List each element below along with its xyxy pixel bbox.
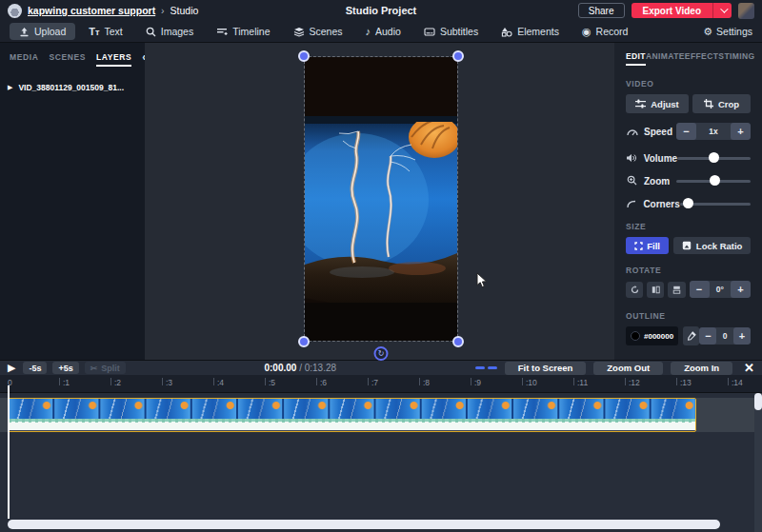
volume-slider[interactable] (677, 152, 751, 164)
vertical-scrollbar-track[interactable] (754, 393, 762, 532)
sidebar-tab-media[interactable]: MEDIA (10, 52, 38, 62)
export-options-button[interactable] (712, 3, 732, 18)
volume-icon (626, 149, 638, 167)
ruler-tick-label: :11 (577, 378, 588, 387)
speed-stepper: − 1x + (676, 123, 751, 140)
scissors-icon: ✂ (90, 364, 98, 373)
canvas-area[interactable]: ↻ (145, 43, 614, 360)
volume-slider-knob[interactable] (709, 152, 719, 163)
rotation-value: 0° (710, 285, 731, 294)
horizontal-scrollbar[interactable] (8, 520, 720, 529)
zoom-label: Zoom (644, 176, 670, 187)
toolbar-item-label: Text (105, 26, 123, 37)
rewind-5s-button[interactable]: -5s (23, 362, 47, 374)
user-avatar[interactable] (738, 3, 754, 19)
zoom-slider[interactable] (676, 175, 751, 187)
ruler-tick-label: :6 (320, 378, 327, 387)
fit-to-screen-button[interactable]: Fit to Screen (505, 362, 587, 375)
zoom-slider-knob[interactable] (710, 175, 720, 186)
flip-vertical-button[interactable] (668, 282, 685, 298)
adjust-button[interactable]: Adjust (626, 94, 689, 113)
outline-width-decrease-button[interactable]: − (699, 327, 716, 345)
close-timeline-icon[interactable]: ✕ (744, 361, 754, 375)
video-layer-selected[interactable]: ↻ (305, 57, 457, 341)
toolbar-item-label: Subtitles (440, 26, 478, 37)
outline-width-value: 0 (716, 331, 733, 341)
tab-effects[interactable]: EFFECTS (685, 51, 725, 66)
toolbar-item-timeline[interactable]: Timeline (207, 23, 279, 40)
ruler-tick-label: :2 (114, 378, 121, 387)
ruler-tick-label: :14 (732, 378, 743, 387)
play-button[interactable]: ▶ (8, 363, 15, 373)
tab-timing[interactable]: TIMING (724, 51, 754, 66)
toolbar-item-record[interactable]: ◉ Record (572, 23, 637, 41)
speed-label: Speed (644, 127, 672, 137)
timeline-ruler[interactable]: 0 :1 :2 :3 :4 :5 :6 :7 :8 :9 :10 :11 :12… (0, 375, 762, 393)
scenes-icon (293, 27, 305, 37)
rotate-section-label: ROTATE (626, 266, 751, 275)
fill-button[interactable]: Fill (626, 237, 669, 254)
toolbar-item-subtitles[interactable]: Subtitles (414, 23, 488, 40)
settings-button[interactable]: ⚙ Settings (703, 26, 752, 38)
eyedropper-button[interactable] (683, 326, 699, 345)
outline-width-increase-button[interactable]: + (733, 327, 751, 345)
timeline-tracks-area[interactable] (0, 393, 762, 532)
main-toolbar: Upload Tт Text Images Timeline Scenes ♪ … (0, 21, 762, 43)
video-clip-selected[interactable] (8, 398, 696, 432)
lock-ratio-button[interactable]: Lock Ratio (673, 237, 751, 254)
resize-handle-bottom-left[interactable] (298, 336, 310, 347)
export-video-label: Export Video (632, 3, 713, 18)
resize-handle-top-left[interactable] (298, 50, 310, 62)
fill-label: Fill (647, 241, 660, 251)
adjust-label: Adjust (651, 99, 679, 109)
zoom-out-button[interactable]: Zoom Out (593, 362, 663, 375)
toolbar-item-label: Record (596, 26, 629, 37)
workspace-avatar-icon[interactable] (8, 4, 22, 18)
toolbar-item-elements[interactable]: Elements (491, 23, 569, 40)
toolbar-item-audio[interactable]: ♪ Audio (356, 23, 411, 40)
ruler-tick-label: :13 (680, 378, 692, 387)
upload-icon (19, 27, 30, 37)
time-separator: / (299, 363, 302, 373)
sidebar-tab-scenes[interactable]: SCENES (49, 52, 86, 62)
outline-section-label: OUTLINE (626, 311, 751, 321)
export-video-button[interactable]: Export Video (632, 3, 732, 18)
tab-animate[interactable]: ANIMATE (646, 51, 685, 66)
crop-button[interactable]: Crop (692, 94, 751, 113)
vertical-scrollbar-thumb[interactable] (754, 393, 762, 410)
corners-slider-knob[interactable] (683, 198, 693, 208)
corners-slider[interactable] (680, 198, 751, 209)
layer-name: VID_38801129_001509_81... (18, 83, 124, 92)
project-title[interactable]: Studio Project (346, 5, 417, 16)
toolbar-item-text[interactable]: Tт Text (79, 23, 131, 40)
outline-color-picker[interactable]: #000000 (626, 326, 678, 345)
settings-label: Settings (716, 26, 752, 37)
split-button[interactable]: ✂ Split (85, 362, 126, 374)
layer-list-item[interactable]: ▶ VID_38801129_001509_81... (0, 69, 145, 92)
ruler-tick-label: :7 (371, 378, 378, 387)
rotation-decrease-button[interactable]: − (690, 281, 710, 298)
speed-increase-button[interactable]: + (731, 123, 751, 140)
playhead-line (8, 385, 10, 519)
share-button[interactable]: Share (578, 3, 625, 18)
toolbar-item-scenes[interactable]: Scenes (284, 23, 352, 40)
forward-5s-button[interactable]: +5s (52, 362, 78, 374)
rotation-increase-button[interactable]: + (731, 281, 751, 298)
zoom-in-button[interactable]: Zoom In (671, 362, 732, 375)
resize-handle-top-right[interactable] (452, 50, 464, 62)
toolbar-item-images[interactable]: Images (136, 23, 203, 40)
crop-icon (704, 99, 713, 108)
speed-decrease-button[interactable]: − (676, 123, 696, 140)
sidebar-tab-layers[interactable]: LAYERS (96, 52, 131, 62)
resize-handle-bottom-right[interactable] (452, 336, 464, 347)
breadcrumb-page: Studio (170, 5, 199, 16)
timeline-icon (216, 27, 228, 37)
breadcrumb-team-link[interactable]: kapwing customer support (28, 5, 155, 16)
tab-edit[interactable]: EDIT (626, 51, 646, 66)
rotate-90-button[interactable] (626, 282, 643, 298)
video-section-label: VIDEO (626, 79, 751, 89)
toolbar-item-upload[interactable]: Upload (10, 23, 75, 40)
rotate-handle[interactable]: ↻ (374, 346, 389, 361)
flip-horizontal-button[interactable] (647, 282, 664, 298)
crop-label: Crop (718, 99, 739, 109)
